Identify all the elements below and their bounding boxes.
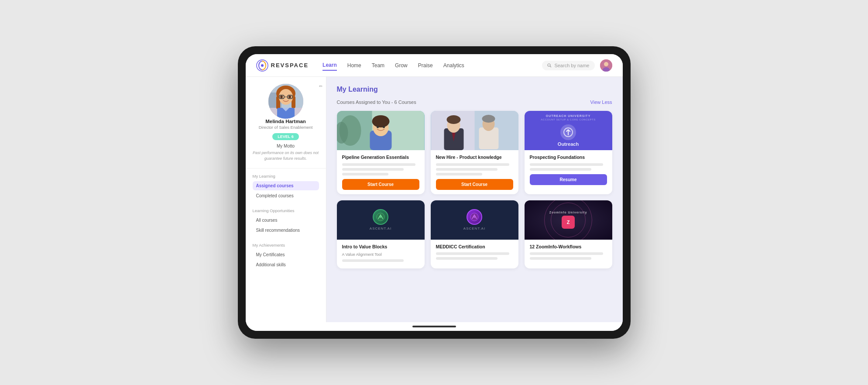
outreach-university-label: OUTREACH UNIVERSITY	[546, 114, 591, 117]
nav-link-team[interactable]: Team	[372, 61, 384, 70]
my-learning-section: My Learning Assigned courses Completed c…	[246, 168, 326, 203]
course-skeleton	[342, 173, 388, 175]
profile-title: Director of Sales Enablement	[259, 125, 313, 130]
my-learning-title: My Learning	[253, 174, 319, 179]
start-course-newhire-button[interactable]: Start Course	[436, 179, 513, 190]
search-box[interactable]: Search by name	[542, 61, 594, 70]
course-card-body-meddicc: MEDDICC Certification	[431, 240, 518, 267]
user-avatar[interactable]	[600, 59, 612, 72]
course-card-image-meddicc: ASCENT.AI	[431, 200, 518, 240]
course-skeleton	[342, 163, 415, 166]
outreach-brand-svg	[563, 127, 573, 138]
achievements-section: My Achievements My Certificates Addition…	[246, 237, 326, 272]
course-card-image-pipeline	[337, 111, 425, 150]
course-skeleton	[530, 163, 603, 166]
course-skeleton	[342, 168, 404, 171]
zi-ring-inner	[551, 203, 586, 237]
course-skeleton	[530, 252, 603, 255]
start-course-pipeline-button[interactable]: Start Course	[342, 179, 419, 190]
profile-avatar-svg	[268, 84, 303, 119]
course-card-image-zoominfo: ZoomInfo University Z	[525, 200, 612, 240]
svg-point-2	[548, 64, 550, 66]
course-card-image-value-blocks: ASCENT.AI	[337, 200, 425, 240]
svg-point-27	[377, 126, 379, 128]
course-card-value-blocks: ASCENT.AI Intro to Value Blocks A Value …	[337, 200, 425, 269]
course-card-body-prospecting: Prospecting Foundations Resume	[525, 150, 612, 189]
ai-logo-meddicc	[467, 209, 482, 225]
section-subtitle: Courses Assigned to You - 6 Courses	[337, 100, 416, 105]
course-skeleton	[436, 257, 498, 260]
course-title-zoominfo: 12 ZoomInfo-Workflows	[530, 244, 607, 250]
nav-link-praise[interactable]: Praise	[418, 61, 433, 70]
top-nav: REVSPACE Learn Home Team Grow Praise Ana…	[246, 54, 623, 77]
home-bar	[412, 326, 456, 327]
course-title-pipeline: Pipeline Generation Essentials	[342, 155, 419, 161]
course-title-value-blocks: Intro to Value Blocks	[342, 244, 419, 250]
nav-link-home[interactable]: Home	[347, 61, 361, 70]
course-title-prospecting: Prospecting Foundations	[530, 155, 607, 161]
profile-section: ✏ Melinda Hartman Director of Sales Enab…	[246, 84, 326, 168]
course-card-body-pipeline: Pipeline Generation Essentials Start Cou…	[337, 150, 425, 194]
pipeline-photo-svg	[337, 111, 425, 150]
logo-area[interactable]: REVSPACE	[256, 59, 309, 72]
nav-links: Learn Home Team Grow Praise Analytics	[322, 60, 542, 71]
svg-point-18	[288, 96, 291, 98]
sidebar-item-assigned[interactable]: Assigned courses	[253, 181, 319, 190]
nav-link-analytics[interactable]: Analytics	[443, 61, 464, 70]
sidebar-item-additional-skills[interactable]: Additional skills	[253, 260, 319, 269]
sidebar-item-allcourses[interactable]: All courses	[253, 216, 319, 225]
main-content: ✏ Melinda Hartman Director of Sales Enab…	[246, 77, 623, 322]
motto-label: My Motto	[277, 144, 295, 148]
course-skeleton	[530, 168, 592, 171]
achievements-title: My Achievements	[253, 243, 319, 248]
device-screen: REVSPACE Learn Home Team Grow Praise Ana…	[246, 54, 623, 331]
course-card-body-newhire: New Hire - Product knowledge Start Cours…	[431, 150, 518, 194]
ascent-logo-meddicc-svg	[470, 213, 479, 221]
course-card-body-zoominfo: 12 ZoomInfo-Workflows	[525, 240, 612, 267]
svg-point-17	[280, 96, 283, 98]
course-card-image-prospecting: OUTREACH UNIVERSITY ACCOUNT SETUP & CORE…	[525, 111, 612, 150]
learning-opps-section: Learning Opportunities All courses Skill…	[246, 203, 326, 237]
nav-link-grow[interactable]: Grow	[395, 61, 408, 70]
newhire-photo-svg	[431, 111, 518, 150]
svg-point-42	[473, 216, 475, 218]
course-skeleton	[436, 173, 482, 175]
course-skeleton	[436, 168, 498, 171]
outreach-subtitle: ACCOUNT SETUP & CORE CONCEPTS	[541, 118, 595, 121]
nav-link-learn[interactable]: Learn	[322, 60, 337, 71]
ipad-frame: REVSPACE Learn Home Team Grow Praise Ana…	[238, 46, 631, 339]
course-card-prospecting: OUTREACH UNIVERSITY ACCOUNT SETUP & CORE…	[525, 111, 612, 194]
ascent-label: ASCENT.AI	[370, 227, 391, 230]
svg-point-28	[383, 126, 385, 128]
outreach-logo-icon	[560, 124, 576, 140]
course-card-body-value-blocks: Intro to Value Blocks A Value Alignment …	[337, 240, 425, 269]
course-card-meddicc: ASCENT.AI MEDDICC Certification	[431, 200, 518, 269]
course-subtitle-value-blocks: A Value Alignment Tool	[342, 252, 419, 257]
level-badge: LEVEL 6	[272, 133, 298, 140]
course-skeleton	[530, 257, 592, 260]
profile-avatar	[268, 84, 303, 119]
avatar-image	[600, 59, 612, 72]
sidebar-item-skills[interactable]: Skill recommendations	[253, 226, 319, 235]
resume-prospecting-button[interactable]: Resume	[530, 174, 607, 185]
sidebar-item-certificates[interactable]: My Certificates	[253, 250, 319, 259]
logo-text: REVSPACE	[271, 62, 309, 69]
view-less-button[interactable]: View Less	[590, 100, 612, 105]
ascent-logo-svg	[376, 213, 385, 221]
learning-opps-title: Learning Opportunities	[253, 208, 319, 213]
course-skeleton	[436, 163, 509, 166]
outreach-wordmark: Outreach	[558, 141, 579, 147]
page-title: My Learning	[337, 86, 612, 93]
search-icon	[547, 63, 552, 68]
sidebar: ✏ Melinda Hartman Director of Sales Enab…	[246, 77, 326, 322]
svg-line-3	[550, 66, 552, 67]
revspace-logo-icon	[256, 59, 268, 72]
sidebar-item-completed[interactable]: Completed courses	[253, 191, 319, 200]
motto-text: Past performance on its own does not gua…	[253, 150, 319, 161]
svg-point-40	[380, 216, 381, 218]
ai-logo-value-blocks	[373, 209, 388, 225]
svg-point-34	[446, 115, 460, 124]
edit-profile-icon[interactable]: ✏	[319, 84, 326, 91]
content-area: My Learning Courses Assigned to You - 6 …	[326, 77, 623, 322]
course-card-pipeline: Pipeline Generation Essentials Start Cou…	[337, 111, 425, 194]
